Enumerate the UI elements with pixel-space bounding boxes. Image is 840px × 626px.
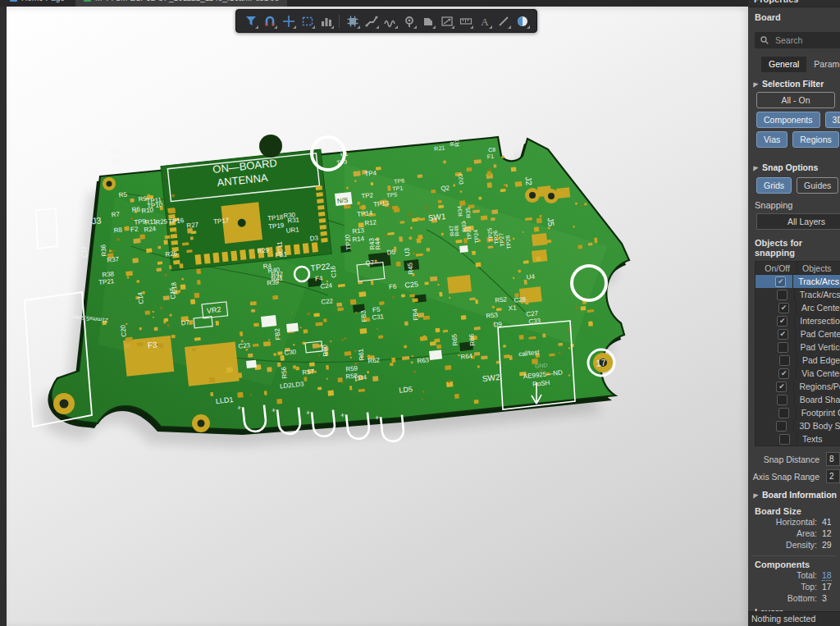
tab-parameters[interactable]: Parameters <box>806 57 840 72</box>
svg-text:R24: R24 <box>144 225 157 234</box>
all-on-button[interactable]: All - On <box>756 92 835 108</box>
snap-object-label: Texts <box>797 434 823 444</box>
section-selection-filter[interactable]: Selection Filter <box>751 79 840 89</box>
svg-text:C23: C23 <box>238 341 251 350</box>
place-arc-icon[interactable] <box>514 12 531 30</box>
snap-object-checkbox[interactable] <box>777 395 788 405</box>
search-box[interactable] <box>755 32 840 48</box>
document-tab-bar: Home Page M-TTCM ESP32 OF_101122_1140_iS… <box>0 0 748 7</box>
svg-text:C33: C33 <box>528 317 541 326</box>
snap-object-checkbox[interactable] <box>779 355 790 366</box>
svg-text:R29: R29 <box>257 246 270 255</box>
svg-text:C8: C8 <box>488 147 496 153</box>
snap-guides[interactable]: Guides <box>797 177 838 194</box>
svg-text:R31: R31 <box>287 216 300 225</box>
snap-object-checkbox[interactable]: ✔ <box>778 303 789 313</box>
axis-snap-range-input[interactable] <box>826 469 840 483</box>
svg-text:C9: C9 <box>112 157 121 165</box>
tab-general[interactable]: General <box>761 57 806 72</box>
panel-object-label: Board <box>755 12 840 22</box>
snap-object-row[interactable]: ✔Via Centers <box>756 367 840 380</box>
svg-text:R36: R36 <box>99 244 108 257</box>
tune-length-icon[interactable] <box>381 12 399 30</box>
board-size-label: Board Size <box>755 506 840 516</box>
info-row: Density:29 <box>748 539 840 551</box>
selection-filter-row-2: ViasRegionsPads <box>756 131 840 148</box>
place-via-icon[interactable] <box>400 12 418 30</box>
snap-object-checkbox[interactable]: ✔ <box>775 276 786 287</box>
place-text-icon[interactable]: A <box>476 12 493 30</box>
jump-cursor-icon[interactable] <box>280 12 297 30</box>
svg-text:R37: R37 <box>107 255 120 264</box>
info-value: 3 <box>817 593 840 603</box>
snap-object-row[interactable]: Footprint Or <box>756 406 840 419</box>
filter-icon[interactable] <box>242 12 259 30</box>
snap-object-checkbox[interactable] <box>779 434 790 445</box>
snapping-label: Snapping <box>755 200 840 210</box>
filter-3d-bodies[interactable]: 3D Bodies <box>825 112 840 128</box>
snap-object-row[interactable]: Board Shape <box>756 393 840 406</box>
tab-active-document[interactable]: M-TTCM ESP32 OF_101122_1140_iScan.PcbDoc <box>75 0 287 7</box>
snap-object-checkbox[interactable]: ✔ <box>778 368 789 379</box>
snap-object-label: 3D Body Sna <box>794 421 840 431</box>
filter-components[interactable]: Components <box>756 112 820 128</box>
pcb-3d-viewport[interactable]: ON—BOARDANTENNAU1TP3TP4TP6TP1TP2TP5TP13T… <box>7 7 748 626</box>
svg-text:R7: R7 <box>111 210 121 218</box>
svg-text:SW1: SW1 <box>427 212 446 222</box>
svg-text:R63: R63 <box>417 356 430 365</box>
svg-text:Q7: Q7 <box>365 258 375 267</box>
snap-object-row[interactable]: 3D Body Sna <box>756 419 840 432</box>
section-snap-options[interactable]: Snap Options <box>751 162 840 172</box>
svg-text:C14: C14 <box>136 291 145 304</box>
snap-object-row[interactable]: ✔Arc Centers <box>756 301 840 314</box>
snap-object-row[interactable]: Pad Edges <box>756 354 840 367</box>
svg-text:R12: R12 <box>364 218 377 227</box>
snap-object-row[interactable]: Track/Arcs Li <box>756 288 840 301</box>
route-track-icon[interactable] <box>363 12 380 30</box>
collapse-icon <box>751 491 758 499</box>
svg-text:TP4: TP4 <box>364 169 377 178</box>
snap-object-checkbox[interactable] <box>778 342 788 353</box>
placement-grid-icon[interactable] <box>317 12 335 30</box>
filter-regions[interactable]: Regions <box>792 131 839 148</box>
snap-object-checkbox[interactable]: ✔ <box>776 382 787 392</box>
snap-object-row[interactable]: ✔Pad Centers <box>756 327 840 340</box>
area-select-icon[interactable] <box>299 12 316 30</box>
snap-object-label: Pad Vertices <box>796 342 840 352</box>
snap-object-checkbox[interactable] <box>776 421 787 432</box>
search-input[interactable] <box>774 34 840 46</box>
svg-text:R64: R64 <box>460 352 473 361</box>
snap-object-checkbox[interactable] <box>777 290 788 300</box>
snapping-layers-dropdown[interactable]: All Layers <box>756 213 840 230</box>
place-pad-icon[interactable] <box>419 12 436 30</box>
snap-grids[interactable]: Grids <box>756 177 792 194</box>
snap-object-row[interactable]: ✔Regions/Poly <box>756 380 840 393</box>
snap-object-checkbox[interactable]: ✔ <box>778 329 788 340</box>
snap-object-label: Regions/Poly <box>794 382 840 391</box>
svg-text:+: + <box>306 409 311 417</box>
info-value-link[interactable]: 18 <box>817 570 840 580</box>
tab-label: Home Page <box>21 0 65 2</box>
tab-home-page[interactable]: Home Page <box>2 0 73 7</box>
section-board-information[interactable]: Board Information <box>751 490 840 500</box>
snap-object-row[interactable]: Pad Vertices <box>756 340 840 354</box>
svg-text:C30: C30 <box>284 348 297 357</box>
snap-object-row[interactable]: ✔Track/Arcs Ve <box>756 275 840 288</box>
snap-magnet-icon[interactable] <box>261 12 278 30</box>
snap-object-checkbox[interactable]: ✔ <box>777 316 788 327</box>
snap-object-row[interactable]: Texts <box>756 432 840 446</box>
svg-text:TP2: TP2 <box>361 191 374 200</box>
svg-text:C31: C31 <box>372 313 385 322</box>
snap-object-label: Board Shape <box>795 395 840 404</box>
snap-distance-input[interactable] <box>826 452 840 466</box>
svg-text:U4: U4 <box>526 272 536 281</box>
measure-icon[interactable] <box>457 12 474 30</box>
place-dimension-icon[interactable] <box>438 12 455 30</box>
filter-vias[interactable]: Vias <box>756 131 788 148</box>
place-component-icon[interactable] <box>344 12 361 30</box>
svg-text:C13: C13 <box>80 245 89 258</box>
svg-text:C22: C22 <box>321 297 334 306</box>
snap-object-checkbox[interactable] <box>778 408 789 418</box>
snap-object-row[interactable]: ✔Intersections <box>756 314 840 327</box>
place-line-icon[interactable] <box>495 12 512 30</box>
